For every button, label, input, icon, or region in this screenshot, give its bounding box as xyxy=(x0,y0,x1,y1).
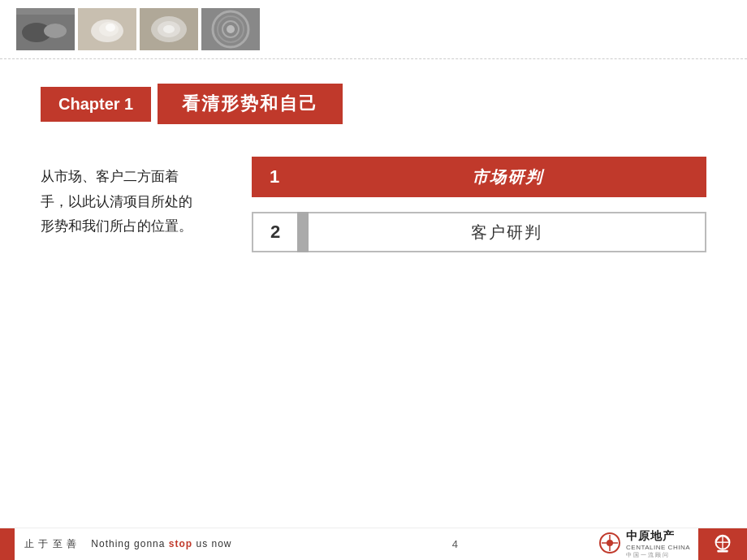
stop-text: stop xyxy=(169,538,192,549)
logo-text-block: 中原地产 CENTALINE CHINA 中 国 一 流 顾 问 xyxy=(626,529,690,559)
header-image-3 xyxy=(140,8,198,50)
chapter-label: Chapter 1 xyxy=(41,87,151,122)
header-image-1 xyxy=(16,8,75,50)
footer-left-accent xyxy=(0,528,15,560)
svg-point-7 xyxy=(106,24,115,32)
nothing-text: Nothing xyxy=(91,538,130,549)
svg-point-16 xyxy=(227,25,235,33)
left-description: 从市场、客户二方面着手，以此认清项目所处的形势和我们所占的位置。 xyxy=(41,165,203,239)
footer-logo-area: 中原地产 CENTALINE CHINA 中 国 一 流 顾 问 xyxy=(598,529,690,559)
footer: 止 于 至 善 Nothing gonna stop us now 4 中原地产… xyxy=(0,528,747,560)
logo-main-text: 中原地产 xyxy=(626,529,690,544)
item-number-1: 1 xyxy=(252,157,297,197)
svg-point-11 xyxy=(163,25,175,33)
item-label-1: 市场研判 xyxy=(309,157,706,197)
svg-rect-24 xyxy=(717,549,728,552)
item-row-1: 1 市场研判 xyxy=(252,157,706,197)
header-image-4 xyxy=(201,8,260,50)
svg-point-2 xyxy=(44,24,67,38)
item-row-2: 2 客户研判 xyxy=(252,212,706,252)
item-number-2: 2 xyxy=(252,212,297,252)
right-items: 1 市场研判 2 客户研判 xyxy=(252,157,706,252)
header-image-2 xyxy=(78,8,136,50)
svg-point-19 xyxy=(607,540,613,546)
logo-tagline-text: 中 国 一 流 顾 问 xyxy=(626,551,690,559)
main-content: Chapter 1 看清形势和自己 从市场、客户二方面着手，以此认清项目所处的形… xyxy=(0,59,747,277)
chapter-title: 看清形势和自己 xyxy=(158,84,343,124)
middle-section: 从市场、客户二方面着手，以此认清项目所处的形势和我们所占的位置。 1 市场研判 … xyxy=(41,157,706,252)
slogan-middle: gonna xyxy=(134,538,169,549)
item-connector-2 xyxy=(297,212,309,252)
logo-sub-text: CENTALINE CHINA xyxy=(626,544,690,551)
footer-page-number: 4 xyxy=(312,538,599,550)
footer-slogan: 止 于 至 善 Nothing gonna stop us now xyxy=(15,537,312,551)
item-label-2: 客户研判 xyxy=(309,212,706,252)
chapter-row: Chapter 1 看清形势和自己 xyxy=(41,84,706,124)
header-images xyxy=(0,0,747,58)
slogan-text: 止 于 至 善 Nothing gonna stop us now xyxy=(24,538,231,549)
svg-rect-3 xyxy=(16,8,75,15)
footer-right-accent xyxy=(698,528,747,560)
item-connector-1 xyxy=(297,157,309,197)
slogan-end: us now xyxy=(196,538,231,549)
logo-symbol xyxy=(598,532,621,558)
